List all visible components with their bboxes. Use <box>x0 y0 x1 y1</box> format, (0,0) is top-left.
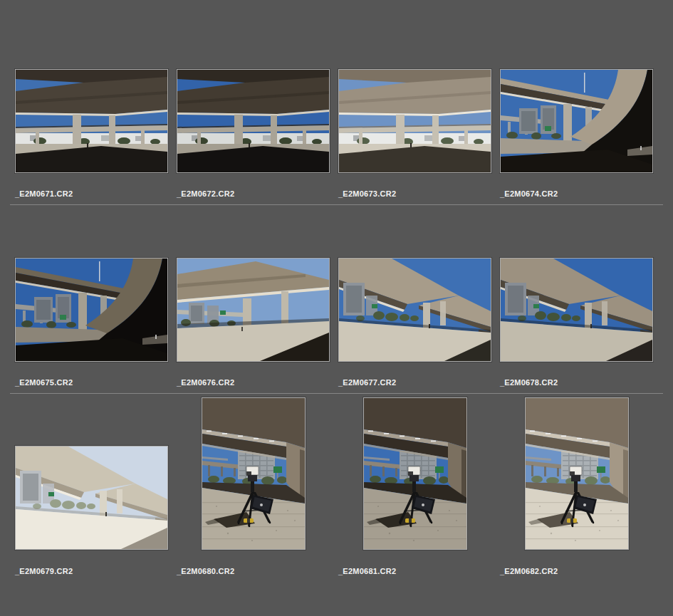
filename-label: _E2M0678.CR2 <box>500 378 558 387</box>
photo-tripod-camera-rig <box>202 398 305 549</box>
thumbnail-e2m0672[interactable] <box>177 69 330 173</box>
thumbnail-e2m0673[interactable] <box>338 69 491 173</box>
filename-label: _E2M0675.CR2 <box>15 378 73 387</box>
photo-tripod-camera-rig <box>526 398 628 549</box>
filename-label: _E2M0674.CR2 <box>500 189 558 198</box>
thumbnail-e2m0671[interactable] <box>15 69 168 173</box>
row-separator <box>10 393 663 394</box>
app-background: { "window": { "bg": "#565656", "sep": "#… <box>0 0 673 616</box>
photo-freeway-underpass <box>339 70 491 172</box>
photo-freeway-ramp-curve <box>501 70 652 172</box>
filename-label: _E2M0680.CR2 <box>177 567 234 575</box>
thumbnail-e2m0675[interactable] <box>15 258 168 362</box>
filename-label: _E2M0672.CR2 <box>177 189 234 198</box>
thumbnail-e2m0679[interactable] <box>15 446 168 550</box>
photo-freeway-underpass <box>16 70 167 172</box>
thumbnail-e2m0676[interactable] <box>177 258 330 362</box>
photo-freeway-underpass <box>177 70 329 172</box>
photo-freeway-ramp-curve <box>16 259 167 361</box>
thumbnail-e2m0681[interactable] <box>363 397 467 550</box>
contact-sheet: _E2M0671.CR2 _E2M0672.CR2 _E2M0673.CR2 _… <box>0 0 673 616</box>
thumbnail-e2m0677[interactable] <box>338 258 491 362</box>
filename-label: _E2M0676.CR2 <box>177 378 234 387</box>
filename-label: _E2M0679.CR2 <box>15 567 73 575</box>
photo-freeway-overexposed <box>16 447 167 549</box>
photo-freeway-sky-vee <box>339 259 491 361</box>
filename-label: _E2M0682.CR2 <box>500 567 558 575</box>
photo-freeway-sky-vee <box>501 259 652 361</box>
thumbnail-e2m0678[interactable] <box>500 258 653 362</box>
filename-label: _E2M0673.CR2 <box>338 189 396 198</box>
thumbnail-e2m0680[interactable] <box>202 397 306 550</box>
filename-label: _E2M0681.CR2 <box>338 567 396 575</box>
photo-freeway-underside <box>177 259 329 361</box>
filename-label: _E2M0671.CR2 <box>15 189 73 198</box>
thumbnail-e2m0682[interactable] <box>525 397 629 550</box>
filename-label: _E2M0677.CR2 <box>338 378 396 387</box>
photo-tripod-camera-rig <box>364 398 466 549</box>
thumbnail-e2m0674[interactable] <box>500 69 653 173</box>
row-separator <box>10 204 663 205</box>
